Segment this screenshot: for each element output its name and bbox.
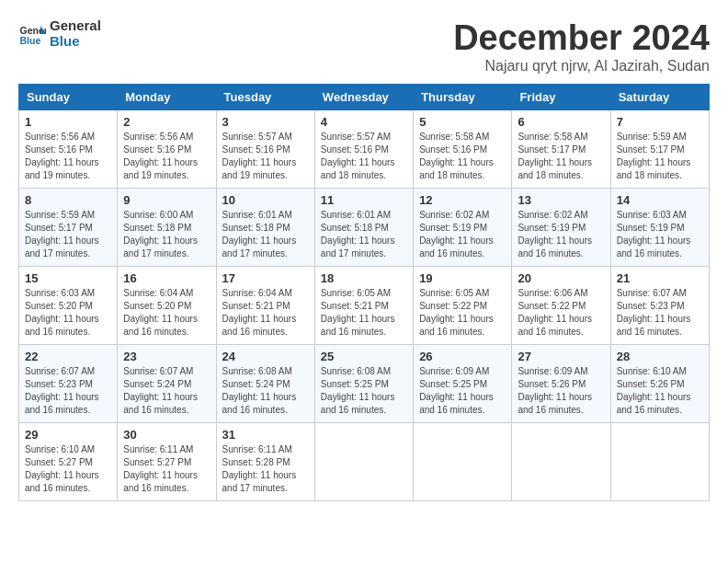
day-number: 1 bbox=[25, 115, 111, 129]
day-info: Sunrise: 6:03 AM Sunset: 5:19 PM Dayligh… bbox=[617, 209, 703, 260]
day-number: 9 bbox=[123, 193, 210, 207]
calendar-cell: 19Sunrise: 6:05 AM Sunset: 5:22 PM Dayli… bbox=[414, 267, 512, 345]
day-info: Sunrise: 6:01 AM Sunset: 5:18 PM Dayligh… bbox=[222, 209, 309, 260]
day-info: Sunrise: 6:08 AM Sunset: 5:25 PM Dayligh… bbox=[321, 365, 407, 417]
day-info: Sunrise: 5:59 AM Sunset: 5:17 PM Dayligh… bbox=[617, 131, 703, 182]
day-info: Sunrise: 5:59 AM Sunset: 5:17 PM Dayligh… bbox=[25, 209, 111, 260]
calendar-cell: 24Sunrise: 6:08 AM Sunset: 5:24 PM Dayli… bbox=[216, 345, 314, 423]
logo-icon: General Blue bbox=[18, 20, 46, 48]
day-info: Sunrise: 6:00 AM Sunset: 5:18 PM Dayligh… bbox=[123, 209, 210, 260]
day-number: 7 bbox=[617, 115, 703, 129]
day-number: 4 bbox=[321, 115, 407, 129]
calendar-table: SundayMondayTuesdayWednesdayThursdayFrid… bbox=[18, 84, 710, 501]
calendar-cell: 14Sunrise: 6:03 AM Sunset: 5:19 PM Dayli… bbox=[610, 189, 709, 267]
logo: General Blue General Blue bbox=[18, 18, 101, 49]
day-info: Sunrise: 6:02 AM Sunset: 5:19 PM Dayligh… bbox=[419, 209, 506, 260]
day-number: 12 bbox=[419, 193, 506, 207]
day-number: 6 bbox=[518, 115, 604, 129]
day-number: 26 bbox=[419, 350, 506, 363]
calendar-cell: 28Sunrise: 6:10 AM Sunset: 5:26 PM Dayli… bbox=[610, 345, 709, 423]
weekday-header-friday: Friday bbox=[512, 85, 610, 110]
day-number: 31 bbox=[222, 428, 309, 442]
day-number: 22 bbox=[25, 350, 111, 363]
day-number: 30 bbox=[123, 428, 210, 442]
day-number: 27 bbox=[518, 350, 604, 363]
calendar-cell: 18Sunrise: 6:05 AM Sunset: 5:21 PM Dayli… bbox=[314, 267, 413, 345]
weekday-header-tuesday: Tuesday bbox=[216, 85, 314, 110]
weekday-header-thursday: Thursday bbox=[414, 85, 512, 110]
calendar-cell: 11Sunrise: 6:01 AM Sunset: 5:18 PM Dayli… bbox=[314, 189, 413, 267]
calendar-cell: 20Sunrise: 6:06 AM Sunset: 5:22 PM Dayli… bbox=[512, 267, 610, 345]
day-info: Sunrise: 6:09 AM Sunset: 5:26 PM Dayligh… bbox=[518, 365, 604, 417]
day-number: 10 bbox=[222, 193, 309, 207]
day-number: 8 bbox=[25, 193, 111, 207]
day-number: 15 bbox=[25, 271, 111, 285]
day-info: Sunrise: 6:05 AM Sunset: 5:21 PM Dayligh… bbox=[321, 287, 407, 339]
day-info: Sunrise: 6:08 AM Sunset: 5:24 PM Dayligh… bbox=[222, 365, 309, 417]
weekday-header-wednesday: Wednesday bbox=[314, 85, 413, 110]
calendar-cell: 26Sunrise: 6:09 AM Sunset: 5:25 PM Dayli… bbox=[414, 345, 512, 423]
day-number: 20 bbox=[518, 271, 604, 285]
day-number: 21 bbox=[617, 271, 703, 285]
day-info: Sunrise: 6:11 AM Sunset: 5:27 PM Dayligh… bbox=[123, 443, 210, 495]
calendar-cell bbox=[314, 423, 413, 501]
calendar-cell: 25Sunrise: 6:08 AM Sunset: 5:25 PM Dayli… bbox=[314, 345, 413, 423]
day-info: Sunrise: 6:02 AM Sunset: 5:19 PM Dayligh… bbox=[518, 209, 604, 260]
calendar-cell: 23Sunrise: 6:07 AM Sunset: 5:24 PM Dayli… bbox=[118, 345, 216, 423]
day-info: Sunrise: 6:10 AM Sunset: 5:27 PM Dayligh… bbox=[25, 443, 111, 495]
calendar-cell bbox=[610, 423, 709, 501]
calendar-cell: 5Sunrise: 5:58 AM Sunset: 5:16 PM Daylig… bbox=[414, 110, 512, 189]
day-info: Sunrise: 5:58 AM Sunset: 5:17 PM Dayligh… bbox=[518, 131, 604, 182]
day-number: 28 bbox=[617, 350, 703, 363]
weekday-header-saturday: Saturday bbox=[610, 85, 709, 110]
day-number: 23 bbox=[123, 350, 210, 363]
calendar-cell: 4Sunrise: 5:57 AM Sunset: 5:16 PM Daylig… bbox=[314, 110, 413, 189]
day-number: 29 bbox=[25, 428, 111, 442]
calendar-cell: 3Sunrise: 5:57 AM Sunset: 5:16 PM Daylig… bbox=[216, 110, 314, 189]
day-number: 5 bbox=[419, 115, 506, 129]
svg-text:Blue: Blue bbox=[20, 34, 41, 45]
calendar-cell: 2Sunrise: 5:56 AM Sunset: 5:16 PM Daylig… bbox=[118, 110, 216, 189]
calendar-cell: 1Sunrise: 5:56 AM Sunset: 5:16 PM Daylig… bbox=[19, 110, 118, 189]
calendar-cell: 13Sunrise: 6:02 AM Sunset: 5:19 PM Dayli… bbox=[512, 189, 610, 267]
month-title: December 2024 bbox=[453, 18, 710, 58]
day-info: Sunrise: 5:58 AM Sunset: 5:16 PM Dayligh… bbox=[419, 131, 506, 182]
day-info: Sunrise: 6:10 AM Sunset: 5:26 PM Dayligh… bbox=[617, 365, 703, 417]
week-row-4: 22Sunrise: 6:07 AM Sunset: 5:23 PM Dayli… bbox=[19, 345, 710, 423]
day-info: Sunrise: 5:57 AM Sunset: 5:16 PM Dayligh… bbox=[222, 131, 309, 182]
day-number: 14 bbox=[617, 193, 703, 207]
calendar-cell: 27Sunrise: 6:09 AM Sunset: 5:26 PM Dayli… bbox=[512, 345, 610, 423]
calendar-cell: 7Sunrise: 5:59 AM Sunset: 5:17 PM Daylig… bbox=[610, 110, 709, 189]
day-number: 11 bbox=[321, 193, 407, 207]
calendar-cell: 15Sunrise: 6:03 AM Sunset: 5:20 PM Dayli… bbox=[19, 267, 118, 345]
day-number: 17 bbox=[222, 271, 309, 285]
day-number: 18 bbox=[321, 271, 407, 285]
calendar-cell: 22Sunrise: 6:07 AM Sunset: 5:23 PM Dayli… bbox=[19, 345, 118, 423]
day-info: Sunrise: 6:06 AM Sunset: 5:22 PM Dayligh… bbox=[518, 287, 604, 339]
calendar-cell: 31Sunrise: 6:11 AM Sunset: 5:28 PM Dayli… bbox=[216, 423, 314, 501]
day-number: 19 bbox=[419, 271, 506, 285]
calendar-cell: 8Sunrise: 5:59 AM Sunset: 5:17 PM Daylig… bbox=[19, 189, 118, 267]
page-header: General Blue General Blue December 2024 … bbox=[18, 18, 710, 75]
day-number: 13 bbox=[518, 193, 604, 207]
day-info: Sunrise: 6:05 AM Sunset: 5:22 PM Dayligh… bbox=[419, 287, 506, 339]
calendar-cell: 16Sunrise: 6:04 AM Sunset: 5:20 PM Dayli… bbox=[118, 267, 216, 345]
calendar-cell bbox=[414, 423, 512, 501]
weekday-header-row: SundayMondayTuesdayWednesdayThursdayFrid… bbox=[19, 85, 710, 110]
day-info: Sunrise: 6:04 AM Sunset: 5:20 PM Dayligh… bbox=[123, 287, 210, 339]
location-title: Najaru qryt njrw, Al Jazirah, Sudan bbox=[453, 58, 710, 75]
week-row-5: 29Sunrise: 6:10 AM Sunset: 5:27 PM Dayli… bbox=[19, 423, 710, 501]
calendar-cell: 21Sunrise: 6:07 AM Sunset: 5:23 PM Dayli… bbox=[610, 267, 709, 345]
day-number: 24 bbox=[222, 350, 309, 363]
day-info: Sunrise: 6:04 AM Sunset: 5:21 PM Dayligh… bbox=[222, 287, 309, 339]
day-number: 25 bbox=[321, 350, 407, 363]
day-info: Sunrise: 6:07 AM Sunset: 5:23 PM Dayligh… bbox=[25, 365, 111, 417]
day-info: Sunrise: 5:56 AM Sunset: 5:16 PM Dayligh… bbox=[123, 131, 210, 182]
week-row-3: 15Sunrise: 6:03 AM Sunset: 5:20 PM Dayli… bbox=[19, 267, 710, 345]
calendar-cell: 12Sunrise: 6:02 AM Sunset: 5:19 PM Dayli… bbox=[414, 189, 512, 267]
day-info: Sunrise: 6:01 AM Sunset: 5:18 PM Dayligh… bbox=[321, 209, 407, 260]
week-row-1: 1Sunrise: 5:56 AM Sunset: 5:16 PM Daylig… bbox=[19, 110, 710, 189]
day-number: 3 bbox=[222, 115, 309, 129]
calendar-cell: 17Sunrise: 6:04 AM Sunset: 5:21 PM Dayli… bbox=[216, 267, 314, 345]
day-number: 16 bbox=[123, 271, 210, 285]
